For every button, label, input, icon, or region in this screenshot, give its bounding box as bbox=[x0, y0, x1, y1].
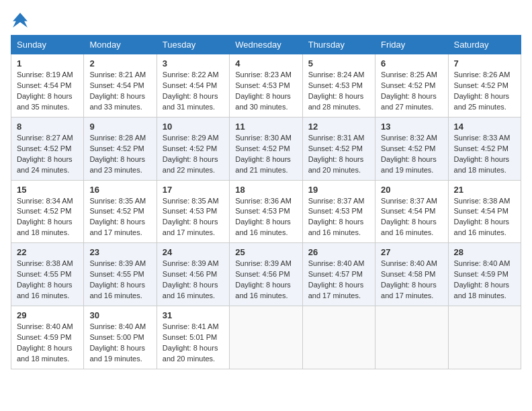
calendar-week-row: 22 Sunrise: 8:38 AM Sunset: 4:55 PM Dayl… bbox=[11, 243, 521, 306]
sunset-label: Sunset: 4:52 PM bbox=[89, 207, 144, 215]
sunrise-label: Sunrise: 8:38 AM bbox=[454, 197, 511, 205]
day-number: 14 bbox=[454, 122, 515, 132]
calendar-cell: 20 Sunrise: 8:37 AM Sunset: 4:54 PM Dayl… bbox=[375, 180, 448, 243]
sunset-label: Sunset: 4:52 PM bbox=[17, 207, 71, 215]
daylight-label: Daylight: 8 hours and 23 minutes. bbox=[89, 155, 145, 174]
calendar-header-row: SundayMondayTuesdayWednesdayThursdayFrid… bbox=[11, 36, 521, 54]
sunset-label: Sunset: 4:53 PM bbox=[235, 81, 290, 89]
daylight-label: Daylight: 8 hours and 19 minutes. bbox=[89, 344, 145, 363]
day-info: Sunrise: 8:38 AM Sunset: 4:54 PM Dayligh… bbox=[454, 196, 515, 239]
calendar-cell: 9 Sunrise: 8:28 AM Sunset: 4:52 PM Dayli… bbox=[84, 117, 157, 180]
daylight-label: Daylight: 8 hours and 16 minutes. bbox=[235, 218, 291, 236]
day-info: Sunrise: 8:40 AM Sunset: 5:00 PM Dayligh… bbox=[89, 322, 150, 365]
day-info: Sunrise: 8:27 AM Sunset: 4:52 PM Dayligh… bbox=[17, 133, 78, 176]
calendar-cell bbox=[448, 306, 521, 369]
sunset-label: Sunset: 4:57 PM bbox=[308, 270, 363, 278]
sunset-label: Sunset: 4:54 PM bbox=[89, 81, 144, 89]
sunset-label: Sunset: 4:53 PM bbox=[308, 207, 363, 215]
sunset-label: Sunset: 4:53 PM bbox=[235, 207, 290, 215]
sunrise-label: Sunrise: 8:39 AM bbox=[235, 259, 292, 267]
day-info: Sunrise: 8:35 AM Sunset: 4:53 PM Dayligh… bbox=[163, 196, 224, 239]
calendar-week-row: 1 Sunrise: 8:19 AM Sunset: 4:54 PM Dayli… bbox=[11, 54, 521, 118]
day-number: 7 bbox=[454, 58, 515, 68]
day-info: Sunrise: 8:40 AM Sunset: 4:59 PM Dayligh… bbox=[17, 322, 78, 365]
sunrise-label: Sunrise: 8:21 AM bbox=[89, 71, 146, 79]
daylight-label: Daylight: 8 hours and 22 minutes. bbox=[163, 155, 218, 174]
daylight-label: Daylight: 8 hours and 17 minutes. bbox=[89, 218, 145, 236]
sunset-label: Sunset: 4:56 PM bbox=[235, 270, 290, 278]
sunrise-label: Sunrise: 8:40 AM bbox=[454, 259, 511, 267]
col-header-saturday: Saturday bbox=[448, 36, 521, 54]
sunset-label: Sunset: 4:54 PM bbox=[163, 81, 217, 89]
calendar-cell: 8 Sunrise: 8:27 AM Sunset: 4:52 PM Dayli… bbox=[11, 117, 84, 180]
day-info: Sunrise: 8:36 AM Sunset: 4:53 PM Dayligh… bbox=[235, 196, 296, 239]
day-number: 25 bbox=[235, 247, 296, 257]
sunset-label: Sunset: 4:52 PM bbox=[308, 144, 363, 152]
sunset-label: Sunset: 4:53 PM bbox=[163, 207, 217, 215]
calendar-week-row: 29 Sunrise: 8:40 AM Sunset: 4:59 PM Dayl… bbox=[11, 306, 521, 369]
day-info: Sunrise: 8:31 AM Sunset: 4:52 PM Dayligh… bbox=[308, 133, 369, 176]
sunrise-label: Sunrise: 8:41 AM bbox=[163, 322, 219, 330]
day-info: Sunrise: 8:37 AM Sunset: 4:54 PM Dayligh… bbox=[381, 196, 442, 239]
sunrise-label: Sunrise: 8:37 AM bbox=[381, 197, 437, 205]
sunset-label: Sunset: 4:58 PM bbox=[381, 270, 435, 278]
calendar-cell bbox=[375, 306, 448, 369]
day-info: Sunrise: 8:38 AM Sunset: 4:55 PM Dayligh… bbox=[17, 259, 78, 302]
day-number: 31 bbox=[163, 310, 224, 320]
calendar-cell bbox=[230, 306, 302, 369]
day-info: Sunrise: 8:40 AM Sunset: 4:59 PM Dayligh… bbox=[454, 259, 515, 302]
daylight-label: Daylight: 8 hours and 16 minutes. bbox=[308, 218, 364, 236]
col-header-thursday: Thursday bbox=[302, 36, 375, 54]
calendar-table: SundayMondayTuesdayWednesdayThursdayFrid… bbox=[11, 35, 521, 369]
calendar-cell: 28 Sunrise: 8:40 AM Sunset: 4:59 PM Dayl… bbox=[448, 243, 521, 306]
daylight-label: Daylight: 8 hours and 33 minutes. bbox=[89, 92, 145, 111]
calendar-cell: 18 Sunrise: 8:36 AM Sunset: 4:53 PM Dayl… bbox=[230, 180, 302, 243]
sunset-label: Sunset: 4:52 PM bbox=[235, 144, 290, 152]
calendar-week-row: 15 Sunrise: 8:34 AM Sunset: 4:52 PM Dayl… bbox=[11, 180, 521, 243]
day-number: 29 bbox=[17, 310, 78, 320]
sunset-label: Sunset: 4:54 PM bbox=[454, 207, 508, 215]
day-info: Sunrise: 8:21 AM Sunset: 4:54 PM Dayligh… bbox=[89, 70, 150, 113]
daylight-label: Daylight: 8 hours and 19 minutes. bbox=[381, 155, 437, 174]
daylight-label: Daylight: 8 hours and 24 minutes. bbox=[17, 155, 73, 174]
sunrise-label: Sunrise: 8:25 AM bbox=[381, 71, 437, 79]
calendar-cell: 7 Sunrise: 8:26 AM Sunset: 4:52 PM Dayli… bbox=[448, 54, 521, 118]
sunrise-label: Sunrise: 8:38 AM bbox=[17, 259, 73, 267]
day-info: Sunrise: 8:34 AM Sunset: 4:52 PM Dayligh… bbox=[17, 196, 78, 239]
sunset-label: Sunset: 5:01 PM bbox=[163, 333, 217, 341]
sunrise-label: Sunrise: 8:31 AM bbox=[308, 134, 365, 142]
sunrise-label: Sunrise: 8:24 AM bbox=[308, 71, 365, 79]
day-number: 15 bbox=[17, 185, 78, 195]
daylight-label: Daylight: 8 hours and 17 minutes. bbox=[163, 218, 218, 236]
day-info: Sunrise: 8:24 AM Sunset: 4:53 PM Dayligh… bbox=[308, 70, 369, 113]
day-info: Sunrise: 8:39 AM Sunset: 4:56 PM Dayligh… bbox=[235, 259, 296, 302]
sunrise-label: Sunrise: 8:35 AM bbox=[89, 197, 146, 205]
logo bbox=[11, 11, 32, 30]
daylight-label: Daylight: 8 hours and 27 minutes. bbox=[381, 92, 437, 111]
sunrise-label: Sunrise: 8:39 AM bbox=[163, 259, 219, 267]
day-number: 26 bbox=[308, 247, 369, 257]
daylight-label: Daylight: 8 hours and 16 minutes. bbox=[454, 218, 510, 236]
sunrise-label: Sunrise: 8:22 AM bbox=[163, 71, 219, 79]
day-number: 19 bbox=[308, 185, 369, 195]
col-header-wednesday: Wednesday bbox=[230, 36, 302, 54]
day-info: Sunrise: 8:33 AM Sunset: 4:52 PM Dayligh… bbox=[454, 133, 515, 176]
day-number: 22 bbox=[17, 247, 78, 257]
calendar-cell: 12 Sunrise: 8:31 AM Sunset: 4:52 PM Dayl… bbox=[302, 117, 375, 180]
calendar-cell: 29 Sunrise: 8:40 AM Sunset: 4:59 PM Dayl… bbox=[11, 306, 84, 369]
calendar-cell: 2 Sunrise: 8:21 AM Sunset: 4:54 PM Dayli… bbox=[84, 54, 157, 118]
col-header-friday: Friday bbox=[375, 36, 448, 54]
sunset-label: Sunset: 4:55 PM bbox=[89, 270, 144, 278]
day-info: Sunrise: 8:37 AM Sunset: 4:53 PM Dayligh… bbox=[308, 196, 369, 239]
sunrise-label: Sunrise: 8:32 AM bbox=[381, 134, 437, 142]
sunset-label: Sunset: 4:53 PM bbox=[308, 81, 363, 89]
col-header-sunday: Sunday bbox=[11, 36, 84, 54]
calendar-cell: 10 Sunrise: 8:29 AM Sunset: 4:52 PM Dayl… bbox=[157, 117, 229, 180]
daylight-label: Daylight: 8 hours and 17 minutes. bbox=[308, 281, 364, 300]
sunset-label: Sunset: 4:52 PM bbox=[163, 144, 217, 152]
day-number: 6 bbox=[381, 58, 442, 68]
sunset-label: Sunset: 4:54 PM bbox=[381, 207, 435, 215]
day-info: Sunrise: 8:41 AM Sunset: 5:01 PM Dayligh… bbox=[163, 322, 224, 365]
daylight-label: Daylight: 8 hours and 20 minutes. bbox=[163, 344, 218, 363]
sunset-label: Sunset: 4:52 PM bbox=[381, 81, 435, 89]
